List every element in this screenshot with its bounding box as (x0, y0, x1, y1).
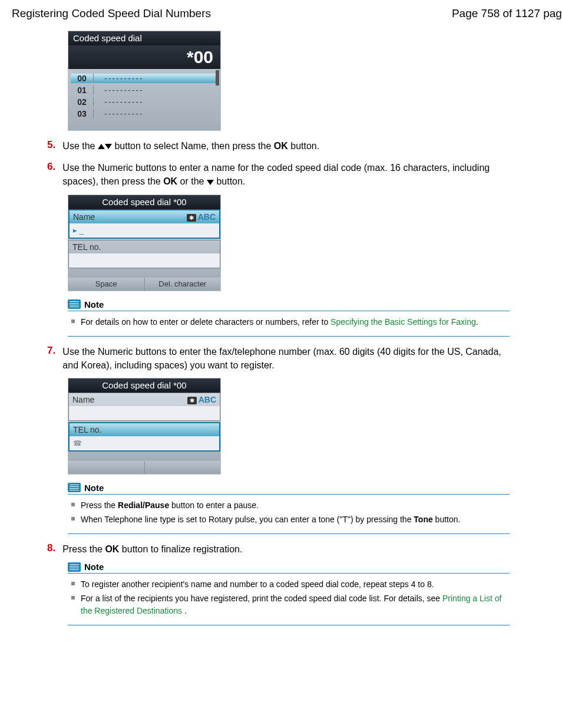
row-code: 02 (71, 97, 94, 107)
scrollbar-thumb (216, 70, 219, 85)
note-block: Note To register another recipient's nam… (68, 562, 510, 625)
step-7: 7. Use the Numeric buttons to enter the … (47, 345, 562, 372)
step-6: 6. Use the Numeric buttons to enter a na… (47, 161, 562, 188)
lcd-current-code: *00 (68, 45, 220, 69)
lcd-title: Coded speed dial *00 (68, 378, 220, 393)
note-item: For details on how to enter or delete ch… (81, 316, 510, 328)
step-number: 6. (47, 161, 55, 173)
list-row: 03---------- (71, 108, 218, 120)
list-row: 01---------- (71, 84, 218, 96)
phone-icon: ☎ (73, 439, 82, 447)
row-code: 00 (71, 74, 94, 83)
row-value: ---------- (94, 74, 218, 83)
step-5: 5. Use the button to select Name, then p… (47, 139, 562, 153)
text-cursor: ▸ _ (73, 226, 84, 235)
lcd-footer: Space Del. character (68, 278, 220, 291)
step-8: 8. Press the OK button to finalize regis… (47, 542, 562, 556)
star-mode-icon: ✱ (187, 214, 196, 222)
lcd-code-list: 00----------01----------02----------03--… (68, 69, 220, 130)
step-number: 5. (47, 139, 55, 151)
tel-label: TEL no. (72, 242, 101, 252)
page-title: Registering Coded Speed Dial Numbers (12, 7, 211, 20)
list-row: 02---------- (71, 96, 218, 108)
note-icon (68, 299, 81, 309)
lcd-screenshot-name-entry: Coded speed dial *00 Name ✱ABC ▸ _ TEL n… (68, 195, 221, 291)
note-item: When Telephone line type is set to Rotar… (81, 513, 510, 526)
lcd-screenshot-tel-entry: Coded speed dial *00 Name ✱ABC TEL no. ☎ (68, 378, 221, 475)
step-text: Use the button to select Name, then pres… (62, 139, 510, 153)
note-block: Note Press the Redial/Pause button to en… (68, 483, 510, 534)
row-value: ---------- (94, 85, 218, 95)
step-text: Use the Numeric buttons to enter the fax… (62, 345, 510, 372)
note-item: For a list of the recipients you have re… (81, 592, 510, 617)
note-icon (68, 562, 81, 572)
tel-field: TEL no. (68, 240, 220, 268)
name-label: Name (73, 212, 95, 222)
tel-label: TEL no. (73, 425, 102, 434)
tel-field: TEL no. ☎ (68, 422, 220, 452)
note-item: Press the Redial/Pause button to enter a… (81, 499, 510, 512)
name-field: Name ✱ABC ▸ _ (68, 209, 220, 239)
step-text: Use the Numeric buttons to enter a name … (62, 161, 510, 188)
page-number: Page 758 of 1127 pages (452, 7, 562, 20)
del-char-button-label: Del. character (145, 278, 221, 291)
lcd-title: Coded speed dial *00 (68, 195, 220, 209)
note-item: To register another recipient's name and… (81, 578, 510, 591)
lcd-footer (68, 461, 220, 474)
star-mode-icon: ✱ (187, 397, 197, 404)
step-number: 7. (47, 345, 55, 357)
step-text: Press the OK button to finalize registra… (62, 542, 510, 556)
lcd-title: Coded speed dial (68, 31, 220, 45)
input-mode: ABC (199, 395, 216, 404)
note-icon (68, 483, 81, 492)
step-number: 8. (47, 542, 55, 554)
space-button-label: Space (68, 278, 145, 291)
up-arrow-icon (98, 144, 105, 149)
name-label: Name (72, 395, 94, 404)
row-value: ---------- (94, 109, 218, 118)
name-field: Name ✱ABC (68, 393, 220, 421)
note-heading: Note (84, 483, 104, 493)
down-arrow-icon (207, 180, 214, 185)
note-heading: Note (84, 562, 104, 572)
row-code: 03 (71, 109, 94, 118)
input-mode: ABC (198, 212, 216, 222)
note-heading: Note (84, 299, 104, 309)
note-block: Note For details on how to enter or dele… (68, 299, 510, 337)
row-code: 01 (71, 85, 94, 95)
down-arrow-icon (105, 144, 112, 149)
lcd-screenshot-list: Coded speed dial *00 00----------01-----… (68, 31, 221, 131)
row-value: ---------- (94, 97, 218, 107)
link-basic-settings-faxing[interactable]: Specifying the Basic Settings for Faxing (330, 317, 476, 327)
page-header: Registering Coded Speed Dial Numbers Pag… (12, 7, 562, 20)
list-row: 00---------- (71, 73, 218, 84)
